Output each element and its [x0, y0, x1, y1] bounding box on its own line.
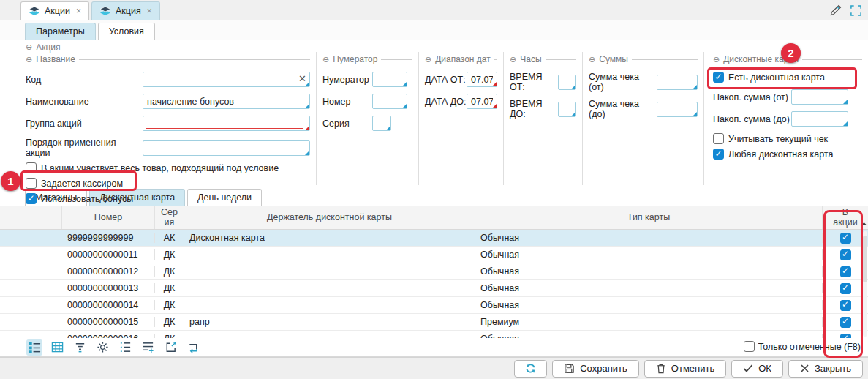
checkbox-zadaetsya-kassirom[interactable]: Задается кассиром: [26, 178, 310, 189]
table-row[interactable]: 00000000000015 ДК рапр Премиум: [0, 314, 868, 331]
in-action-checkbox[interactable]: [840, 266, 851, 277]
check-sum-from-field[interactable]: [657, 75, 697, 89]
fullscreen-icon[interactable]: [850, 4, 862, 17]
collapse-icon[interactable]: ⊖: [425, 56, 431, 64]
validation-corner-icon: [492, 82, 497, 86]
tab-close-icon[interactable]: ×: [76, 6, 81, 16]
only-checked-checkbox[interactable]: [744, 341, 755, 352]
settings-gear-icon[interactable]: [94, 339, 110, 356]
col-header-series[interactable]: Серия: [155, 206, 184, 229]
checkbox-uchityvat-tekushchiy-chek[interactable]: Учитывать текущий чек: [713, 133, 862, 144]
nomer-input[interactable]: [372, 94, 407, 109]
table-row[interactable]: 00000000000016 ДК Обычная: [0, 331, 868, 338]
checkbox[interactable]: [713, 72, 724, 83]
dropdown-corner-icon: [692, 85, 697, 89]
checkbox-lyubaya-diskontnaya-karta[interactable]: Любая дисконтная карта: [713, 149, 862, 160]
checkbox[interactable]: [713, 149, 724, 160]
col-header-in-action[interactable]: В акции: [823, 206, 868, 229]
poryadok-input[interactable]: [143, 140, 310, 156]
table-row[interactable]: 9999999999999 АК Дисконтная карта Обычна…: [0, 230, 868, 247]
accum-sum-from-input[interactable]: [791, 89, 848, 105]
pencil-icon[interactable]: [829, 4, 842, 17]
kod-input-field[interactable]: [143, 72, 309, 86]
tab-usloviya[interactable]: Условия: [98, 23, 155, 40]
in-action-checkbox[interactable]: [840, 317, 851, 328]
close-button[interactable]: Закрыть: [788, 360, 863, 378]
check-sum-from-input[interactable]: [657, 75, 698, 90]
accum-sum-to-field[interactable]: [792, 112, 848, 126]
add-to-list-icon[interactable]: [140, 339, 156, 356]
tab-akcii[interactable]: Акции ×: [20, 1, 89, 20]
col-header-holder[interactable]: Держатель дисконтной карты: [184, 206, 475, 229]
vertical-scrollbar[interactable]: [863, 231, 867, 337]
naimenovanie-input-field[interactable]: [143, 94, 309, 108]
kod-label: Код: [26, 75, 143, 85]
collapse-icon[interactable]: ⊖: [26, 43, 32, 51]
checkbox-ispolzovat-bonusy[interactable]: Использовать бонусы: [26, 193, 310, 204]
refresh-button[interactable]: [514, 360, 547, 378]
reload-icon[interactable]: [185, 339, 201, 356]
table-row[interactable]: 00000000000014 ДК Обычная: [0, 297, 868, 314]
table-row[interactable]: 00000000000012 ДК Обычная: [0, 263, 868, 280]
checkbox-est-diskontnaya-karta[interactable]: Есть дисконтная карта: [713, 72, 862, 83]
date-to-input[interactable]: [467, 94, 497, 109]
poryadok-input-field[interactable]: [143, 141, 309, 155]
filter-icon[interactable]: [72, 339, 88, 356]
scrollbar-thumb[interactable]: [863, 236, 867, 282]
in-action-checkbox[interactable]: [840, 300, 851, 311]
date-from-input[interactable]: [467, 72, 497, 87]
numbered-list-icon[interactable]: [117, 339, 133, 356]
dropdown-corner-icon: [402, 104, 407, 108]
cell-series: ДК: [155, 283, 184, 293]
collapse-icon[interactable]: ⊖: [26, 56, 32, 64]
table-row[interactable]: 00000000000011 ДК Обычная: [0, 247, 868, 263]
check-sum-to-input[interactable]: [657, 102, 698, 117]
dropdown-corner-icon: [571, 112, 575, 116]
parameter-tabbar: Параметры Условия: [0, 20, 868, 40]
dropdown-corner-icon: [305, 151, 309, 155]
section-discount-cards: ⊖ Дисконтные карты Есть дисконтная карта…: [704, 52, 868, 185]
collapse-icon[interactable]: ⊖: [589, 56, 595, 64]
checkbox[interactable]: [26, 178, 37, 189]
tab-close-icon[interactable]: ×: [147, 6, 152, 16]
dropdown-corner-icon: [305, 82, 309, 86]
save-button[interactable]: Сохранить: [552, 360, 639, 378]
collapse-icon[interactable]: ⊖: [713, 56, 720, 64]
collapse-icon[interactable]: ⊖: [322, 56, 329, 64]
time-from-input[interactable]: [558, 75, 576, 90]
checkbox[interactable]: [26, 162, 37, 173]
checkbox-ves-tovar[interactable]: В акции участвует весь товар, подходящий…: [26, 162, 310, 173]
row-properties-icon[interactable]: [26, 339, 42, 356]
table-row[interactable]: 00000000000013 ДК Обычная: [0, 280, 868, 297]
only-checked-filter[interactable]: Только отмеченные (F8): [744, 341, 861, 352]
ok-button[interactable]: ОК: [731, 360, 783, 378]
checkbox-label: Любая дисконтная карта: [728, 149, 833, 160]
accum-sum-from-field[interactable]: [792, 90, 848, 104]
in-action-checkbox[interactable]: [840, 249, 851, 260]
checkbox[interactable]: [26, 193, 37, 204]
tab-parametry[interactable]: Параметры: [25, 23, 96, 40]
in-action-checkbox[interactable]: [840, 283, 851, 294]
open-external-icon[interactable]: [162, 339, 178, 356]
naimenovanie-input[interactable]: [143, 94, 310, 109]
seriya-input[interactable]: [372, 116, 391, 131]
checkbox[interactable]: [713, 133, 724, 144]
numerator-input[interactable]: [372, 72, 407, 87]
check-sum-to-field[interactable]: [657, 102, 697, 116]
accum-sum-to-input[interactable]: [791, 111, 848, 127]
cell-series: АК: [155, 233, 184, 243]
col-header-type[interactable]: Тип карты: [475, 206, 823, 229]
collapse-icon[interactable]: ⊖: [510, 56, 516, 64]
kod-input[interactable]: ✕: [143, 72, 310, 87]
gruppa-input[interactable]: [143, 116, 310, 131]
grid-view-icon[interactable]: [49, 339, 65, 356]
dropdown-corner-icon: [305, 126, 309, 130]
in-action-checkbox[interactable]: [840, 233, 851, 244]
document-tabbar: Акции × Акция ×: [0, 0, 868, 20]
time-to-input[interactable]: [558, 102, 576, 117]
col-header-number[interactable]: Номер: [62, 206, 155, 229]
cancel-button[interactable]: Отменить: [644, 360, 726, 378]
tab-akciya[interactable]: Акция ×: [91, 1, 160, 20]
poryadok-label: Порядок применения акции: [26, 138, 143, 158]
check-icon: [743, 364, 753, 373]
